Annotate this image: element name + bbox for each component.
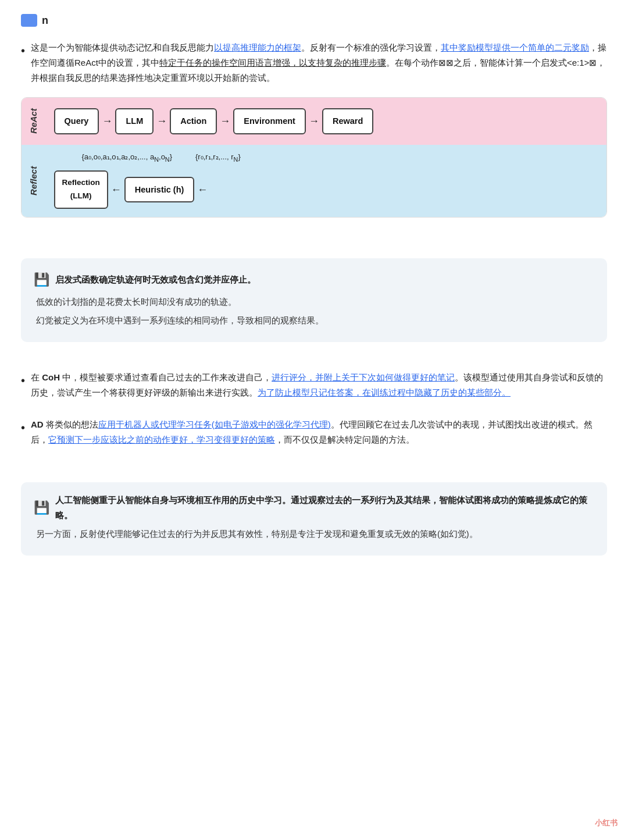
callout-1-line-1: 低效的计划指的是花费太长时间却没有成功的轨迹。 xyxy=(36,295,594,309)
coh-section: • 在 CoH 中，模型被要求通过查看自己过去的工作来改进自己，进行评分，并附上… xyxy=(21,370,607,401)
intro-section: • 这是一个为智能体提供动态记忆和自我反思能力以提高推理能力的框架。反射有一个标… xyxy=(21,40,607,86)
ad-link-2: 它预测下一步应该比之前的动作更好，学习变得更好的策略 xyxy=(48,435,275,444)
page-title: n xyxy=(42,12,48,30)
bullet-dot: • xyxy=(21,41,25,60)
react-content: Query → LLM → Action → Environment → Rew… xyxy=(46,98,607,145)
bullet-dot-2: • xyxy=(21,371,25,390)
callout-box-2: 💾 人工智能侧重于从智能体自身与环境相互作用的历史中学习。通过观察过去的一系列行… xyxy=(21,482,607,556)
callout-2-line-1: 另一方面，反射使代理能够记住过去的行为并反思其有效性，特别是专注于发现和避免重复… xyxy=(36,527,594,542)
ad-link-1: 应用于机器人或代理学习任务(如电子游戏中的强化学习代理) xyxy=(98,419,331,429)
react-band: ReAct Query → LLM → Action → Environment… xyxy=(22,98,606,145)
diagram: ReAct Query → LLM → Action → Environment… xyxy=(21,97,607,218)
link-framework: 以提高推理能力的框架 xyxy=(214,42,301,52)
ad-bullet-item: • AD 将类似的想法应用于机器人或代理学习任务(如电子游戏中的强化学习代理)。… xyxy=(21,417,607,448)
arrow-2: → xyxy=(156,112,167,130)
arrow-3: → xyxy=(220,112,230,130)
react-label: ReAct xyxy=(22,98,46,145)
reflect-band: Reflect {a₀,o₀,a₁,o₁,a₂,o₂,..., aN,oN} {… xyxy=(22,145,606,217)
reflect-label: Reflect xyxy=(22,145,46,217)
arrow-1: → xyxy=(102,112,112,130)
callout-2-header: 💾 人工智能侧重于从智能体自身与环境相互作用的历史中学习。通过观察过去的一系列行… xyxy=(34,493,594,522)
node-llm: LLM xyxy=(115,108,154,134)
watermark: 小红书 xyxy=(595,817,618,830)
node-action: Action xyxy=(170,108,217,134)
callout-2-title: 人工智能侧重于从智能体自身与环境相互作用的历史中学习。通过观察过去的一系列行为及… xyxy=(55,493,594,522)
node-reflection: Reflection(LLM) xyxy=(54,170,108,209)
header-bar: n xyxy=(21,12,607,30)
coh-text: 在 CoH 中，模型被要求通过查看自己过去的工作来改进自己，进行评分，并附上关于… xyxy=(31,370,607,401)
node-heuristic: Heuristic (h) xyxy=(124,177,195,203)
intro-text: 这是一个为智能体提供动态记忆和自我反思能力以提高推理能力的框架。反射有一个标准的… xyxy=(31,40,607,86)
coh-link-1: 进行评分，并附上关于下次如何做得更好的笔记 xyxy=(272,372,455,382)
seq2-label: {r₀,r₁,r₂,..., rN} xyxy=(195,151,241,165)
seq-row: {a₀,o₀,a₁,o₁,a₂,o₂,..., aN,oN} {r₀,r₁,r₂… xyxy=(82,151,241,165)
callout-1-title: 启发式函数确定轨迹何时无效或包含幻觉并应停止。 xyxy=(55,272,256,287)
callout-1-body: 低效的计划指的是花费太长时间却没有成功的轨迹。 幻觉被定义为在环境中遇到一系列连… xyxy=(34,295,594,328)
callout-1-icon: 💾 xyxy=(34,269,49,290)
coh-link-2: 为了防止模型只记住答案，在训练过程中隐藏了历史的某些部分。 xyxy=(258,387,511,397)
callout-2-body: 另一方面，反射使代理能够记住过去的行为并反思其有效性，特别是专注于发现和避免重复… xyxy=(34,527,594,542)
callout-1-header: 💾 启发式函数确定轨迹何时无效或包含幻觉并应停止。 xyxy=(34,269,594,290)
seq1-label: {a₀,o₀,a₁,o₁,a₂,o₂,..., aN,oN} xyxy=(82,151,173,165)
callout-2-icon: 💾 xyxy=(34,497,49,518)
node-environment: Environment xyxy=(233,108,306,134)
reflect-flow-row: Reflection(LLM) ← Heuristic (h) ← xyxy=(54,170,211,209)
react-flow-row: Query → LLM → Action → Environment → Rew… xyxy=(54,108,374,134)
link-reward: 其中奖励模型提供一个简单的二元奖励 xyxy=(441,42,589,52)
reflect-arrow-2: ← xyxy=(197,181,208,199)
link-space: 特定于任务的操作空间用语言增强，以支持复杂的推理步骤 xyxy=(159,58,386,67)
bullet-dot-3: • xyxy=(21,418,25,437)
coh-bullet-item: • 在 CoH 中，模型被要求通过查看自己过去的工作来改进自己，进行评分，并附上… xyxy=(21,370,607,401)
reflect-arrow-1: ← xyxy=(111,181,122,199)
arrow-4: → xyxy=(309,112,319,130)
node-query: Query xyxy=(54,108,99,134)
reflect-content: {a₀,o₀,a₁,o₁,a₂,o₂,..., aN,oN} {r₀,r₁,r₂… xyxy=(46,145,607,217)
page-icon xyxy=(21,14,37,27)
node-reward: Reward xyxy=(322,108,373,134)
ad-text: AD 将类似的想法应用于机器人或代理学习任务(如电子游戏中的强化学习代理)。代理… xyxy=(31,417,607,448)
callout-1-line-2: 幻觉被定义为在环境中遇到一系列连续的相同动作，导致相同的观察结果。 xyxy=(36,314,594,328)
callout-box-1: 💾 启发式函数确定轨迹何时无效或包含幻觉并应停止。 低效的计划指的是花费太长时间… xyxy=(21,258,607,342)
intro-bullet-item: • 这是一个为智能体提供动态记忆和自我反思能力以提高推理能力的框架。反射有一个标… xyxy=(21,40,607,86)
ad-section: • AD 将类似的想法应用于机器人或代理学习任务(如电子游戏中的强化学习代理)。… xyxy=(21,417,607,448)
